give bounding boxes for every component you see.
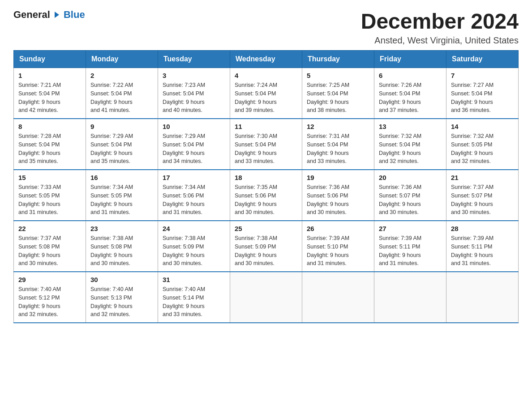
day-info-line: Sunset: 5:14 PM [163, 295, 204, 301]
day-info-line: Sunset: 5:04 PM [307, 141, 348, 148]
day-number: 21 [451, 174, 514, 181]
weekday-header-thursday: Thursday [302, 51, 374, 68]
calendar-cell: 26Sunrise: 7:39 AMSunset: 5:10 PMDayligh… [302, 221, 374, 272]
day-info-line: Sunset: 5:04 PM [235, 90, 276, 97]
day-info: Sunrise: 7:28 AMSunset: 5:04 PMDaylight:… [18, 132, 81, 166]
day-info: Sunrise: 7:32 AMSunset: 5:05 PMDaylight:… [451, 132, 514, 166]
day-info: Sunrise: 7:29 AMSunset: 5:04 PMDaylight:… [163, 132, 225, 166]
calendar-table: SundayMondayTuesdayWednesdayThursdayFrid… [13, 50, 519, 323]
day-info-line: Sunset: 5:04 PM [18, 90, 60, 97]
day-info-line: Sunset: 5:09 PM [235, 244, 276, 250]
day-info: Sunrise: 7:21 AMSunset: 5:04 PMDaylight:… [18, 81, 81, 115]
day-info-line: Sunset: 5:06 PM [163, 193, 204, 199]
day-number: 2 [90, 72, 153, 79]
day-info-line: and 33 minutes. [307, 158, 347, 164]
calendar-week-row: 1Sunrise: 7:21 AMSunset: 5:04 PMDaylight… [14, 68, 519, 119]
calendar-cell: 28Sunrise: 7:39 AMSunset: 5:11 PMDayligh… [446, 221, 519, 272]
day-number: 18 [235, 174, 297, 181]
day-info: Sunrise: 7:31 AMSunset: 5:04 PMDaylight:… [307, 132, 369, 166]
calendar-week-row: 15Sunrise: 7:33 AMSunset: 5:05 PMDayligh… [14, 170, 519, 221]
day-number: 10 [163, 123, 225, 130]
calendar-cell: 17Sunrise: 7:34 AMSunset: 5:06 PMDayligh… [158, 170, 230, 221]
day-info-line: and 37 minutes. [379, 107, 419, 113]
day-number: 9 [90, 123, 153, 130]
day-info-line: and 30 minutes. [235, 209, 275, 215]
day-info-line: Sunrise: 7:40 AM [90, 286, 133, 292]
day-info-line: Daylight: 9 hours [379, 150, 421, 156]
day-info: Sunrise: 7:27 AMSunset: 5:04 PMDaylight:… [451, 81, 514, 115]
day-info-line: Sunrise: 7:36 AM [307, 184, 349, 190]
calendar-cell [446, 272, 519, 323]
day-number: 26 [307, 225, 369, 232]
calendar-title: December 2024 [361, 9, 519, 34]
day-info: Sunrise: 7:38 AMSunset: 5:08 PMDaylight:… [90, 234, 153, 268]
day-info-line: Daylight: 9 hours [18, 201, 60, 207]
day-number: 29 [18, 276, 81, 283]
day-info-line: Sunset: 5:05 PM [90, 193, 132, 199]
weekday-header-tuesday: Tuesday [158, 51, 230, 68]
title-block: December 2024 Ansted, West Virginia, Uni… [361, 9, 519, 46]
day-info-line: and 32 minutes. [90, 311, 130, 317]
day-info-line: and 38 minutes. [307, 107, 347, 113]
calendar-cell [230, 272, 302, 323]
day-info-line: Daylight: 9 hours [379, 201, 421, 207]
day-info-line: Sunset: 5:04 PM [163, 141, 204, 148]
calendar-cell: 3Sunrise: 7:23 AMSunset: 5:04 PMDaylight… [158, 68, 230, 119]
svg-marker-0 [55, 12, 59, 18]
day-info-line: Sunset: 5:04 PM [307, 90, 348, 97]
day-info-line: and 30 minutes. [163, 260, 202, 266]
day-info-line: Sunrise: 7:39 AM [379, 235, 421, 241]
day-info: Sunrise: 7:36 AMSunset: 5:06 PMDaylight:… [307, 183, 369, 217]
day-info-line: Daylight: 9 hours [379, 99, 421, 105]
day-info-line: and 31 minutes. [451, 260, 491, 266]
day-info: Sunrise: 7:34 AMSunset: 5:06 PMDaylight:… [163, 183, 225, 217]
calendar-cell: 10Sunrise: 7:29 AMSunset: 5:04 PMDayligh… [158, 119, 230, 170]
day-number: 23 [90, 225, 153, 232]
day-info-line: Daylight: 9 hours [90, 252, 133, 258]
day-info: Sunrise: 7:40 AMSunset: 5:14 PMDaylight:… [163, 285, 225, 319]
day-info: Sunrise: 7:29 AMSunset: 5:04 PMDaylight:… [90, 132, 153, 166]
day-info-line: Sunrise: 7:24 AM [235, 82, 277, 88]
calendar-cell: 27Sunrise: 7:39 AMSunset: 5:11 PMDayligh… [374, 221, 446, 272]
calendar-cell: 1Sunrise: 7:21 AMSunset: 5:04 PMDaylight… [14, 68, 86, 119]
day-info-line: and 32 minutes. [451, 158, 491, 164]
calendar-cell: 31Sunrise: 7:40 AMSunset: 5:14 PMDayligh… [158, 272, 230, 323]
day-info-line: and 33 minutes. [163, 311, 202, 317]
calendar-cell: 8Sunrise: 7:28 AMSunset: 5:04 PMDaylight… [14, 119, 86, 170]
day-number: 5 [307, 72, 369, 79]
calendar-cell: 29Sunrise: 7:40 AMSunset: 5:12 PMDayligh… [14, 272, 86, 323]
day-info-line: and 42 minutes. [18, 107, 58, 113]
day-info-line: Sunrise: 7:39 AM [451, 235, 493, 241]
day-info-line: Daylight: 9 hours [90, 201, 133, 207]
day-info-line: Sunrise: 7:21 AM [18, 82, 61, 88]
day-info: Sunrise: 7:38 AMSunset: 5:09 PMDaylight:… [163, 234, 225, 268]
calendar-cell: 24Sunrise: 7:38 AMSunset: 5:09 PMDayligh… [158, 221, 230, 272]
calendar-cell: 13Sunrise: 7:32 AMSunset: 5:04 PMDayligh… [374, 119, 446, 170]
calendar-cell: 23Sunrise: 7:38 AMSunset: 5:08 PMDayligh… [86, 221, 158, 272]
day-info-line: and 31 minutes. [379, 260, 419, 266]
calendar-cell: 9Sunrise: 7:29 AMSunset: 5:04 PMDaylight… [86, 119, 158, 170]
day-info-line: Daylight: 9 hours [235, 201, 277, 207]
day-info-line: Daylight: 9 hours [379, 252, 421, 258]
day-info-line: Sunrise: 7:32 AM [379, 133, 421, 139]
day-info-line: and 30 minutes. [379, 209, 419, 215]
calendar-cell: 14Sunrise: 7:32 AMSunset: 5:05 PMDayligh… [446, 119, 519, 170]
day-info-line: and 31 minutes. [163, 209, 202, 215]
day-info-line: Daylight: 9 hours [163, 150, 205, 156]
day-info-line: Sunset: 5:08 PM [18, 244, 60, 250]
day-info-line: Daylight: 9 hours [18, 99, 60, 105]
day-info-line: Sunset: 5:04 PM [235, 141, 276, 148]
day-info-line: Sunrise: 7:23 AM [163, 82, 205, 88]
day-info-line: and 36 minutes. [451, 107, 491, 113]
day-info-line: Sunrise: 7:25 AM [307, 82, 349, 88]
calendar-week-row: 29Sunrise: 7:40 AMSunset: 5:12 PMDayligh… [14, 272, 519, 323]
day-number: 19 [307, 174, 369, 181]
day-info-line: Daylight: 9 hours [307, 150, 349, 156]
calendar-subtitle: Ansted, West Virginia, United States [361, 35, 519, 46]
day-info: Sunrise: 7:26 AMSunset: 5:04 PMDaylight:… [379, 81, 442, 115]
day-info-line: Sunrise: 7:34 AM [163, 184, 205, 190]
day-info-line: Sunset: 5:04 PM [90, 90, 132, 97]
day-info-line: Sunset: 5:09 PM [163, 244, 204, 250]
logo: General Blue [13, 9, 85, 21]
day-number: 25 [235, 225, 297, 232]
